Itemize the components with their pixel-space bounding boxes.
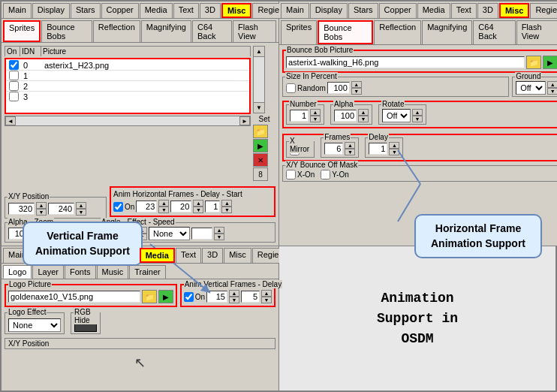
tab-misc-r[interactable]: Misc (499, 3, 529, 18)
logo-picture-input[interactable]: goldenaxe10_V15.png (8, 291, 140, 303)
tab-copper-l[interactable]: Copper (101, 3, 139, 18)
delay-r-input[interactable]: 1 (369, 143, 387, 155)
x-position-input[interactable]: 320 (8, 203, 35, 215)
anim-vert-delay-input[interactable]: 5 (241, 291, 260, 303)
xon-checkbox[interactable] (286, 170, 296, 179)
frames-r-input[interactable]: 6 (324, 143, 343, 155)
anim-horiz-delay-spinner[interactable]: ▲ ▼ (193, 200, 203, 213)
set-stop-btn[interactable]: ✕ (253, 153, 268, 167)
number-input[interactable]: 1 (290, 110, 309, 122)
alpha-spinner[interactable]: ▲ ▼ (32, 227, 43, 240)
number-spinner[interactable]: ▲ ▼ (310, 109, 321, 122)
bounce-play-btn[interactable]: ▶ (543, 56, 557, 69)
alpha-input[interactable]: 100 (8, 228, 31, 240)
subtab-flashview-l[interactable]: Flash View (233, 20, 276, 42)
anim-horiz-delay-input[interactable] (170, 201, 191, 213)
tab-display-r[interactable]: Display (310, 3, 348, 18)
tab-main-l[interactable]: Main (3, 3, 32, 18)
ground-dropdown[interactable]: Off (516, 81, 546, 95)
bounce-picture-input[interactable]: asterix1-walking_H6.png (286, 56, 525, 68)
sprite-checkbox-2[interactable] (9, 81, 19, 91)
scroll-left-btn[interactable]: ◄ (5, 116, 16, 125)
tab-text-l[interactable]: Text (173, 3, 199, 18)
subtab-layer-b[interactable]: Layer (32, 265, 64, 279)
anim-horiz-on-checkbox[interactable] (113, 202, 123, 212)
y-position-input[interactable]: 240 (48, 203, 74, 215)
tab-media-r[interactable]: Media (417, 3, 450, 18)
y-position-spinner[interactable]: ▲ ▼ (76, 202, 86, 216)
effect-dropdown[interactable]: None (149, 227, 190, 240)
anim-vert-frames-spinner[interactable]: ▲ ▼ (229, 290, 239, 303)
subtab-c64back-l[interactable]: C64 Back (192, 20, 232, 42)
tab-display-b[interactable]: Display (32, 248, 70, 263)
subtab-sprites-l[interactable]: Sprites (3, 20, 41, 42)
zoom-spinner[interactable]: ▲ ▼ (68, 227, 79, 240)
yon-checkbox[interactable] (321, 170, 330, 179)
angle-dropdown[interactable]: Off (101, 227, 135, 240)
logo-folder-btn[interactable]: 📁 (142, 290, 157, 303)
frames-r-spinner[interactable]: ▲ ▼ (345, 142, 355, 155)
tab-main-b[interactable]: Main (3, 248, 32, 263)
subtab-reflection-r[interactable]: Reflection (374, 20, 421, 44)
size-spinner[interactable]: ▲ ▼ (351, 81, 362, 95)
zoom-input[interactable]: 100 (44, 228, 67, 240)
delay-r-spinner[interactable]: ▲ ▼ (389, 142, 399, 155)
x-position-spinner[interactable]: ▲ ▼ (36, 202, 47, 216)
subtab-fonts-b[interactable]: Fonts (65, 265, 96, 279)
subtab-bouncebobs-r[interactable]: Bounce Bobs (318, 20, 373, 44)
anim-vert-delay-spinner[interactable]: ▲ ▼ (261, 290, 272, 303)
subtab-bouncebobs-l[interactable]: Bounce Bobs (41, 20, 92, 42)
tab-regie-r[interactable]: Regie (530, 3, 557, 18)
set-play-btn[interactable]: ▶ (253, 139, 268, 152)
anim-vert-frames-input[interactable]: 15 (206, 291, 227, 303)
anim-horiz-start-spinner[interactable]: ▲ ▼ (221, 200, 232, 213)
tab-copper-b[interactable]: Copper (101, 248, 139, 263)
anim-horiz-frames-spinner[interactable]: ▲ ▼ (158, 200, 169, 213)
tab-text-b[interactable]: Text (176, 248, 201, 263)
ground-spinner[interactable]: ▲ ▼ (547, 81, 557, 95)
anim-vert-on-checkbox[interactable] (184, 292, 194, 302)
tab-display-l[interactable]: Display (32, 3, 70, 18)
subtab-music-b[interactable]: Music (97, 265, 129, 279)
logo-play-btn[interactable]: ▶ (158, 290, 173, 303)
tab-media-b[interactable]: Media (140, 248, 175, 263)
subtab-flashview-r[interactable]: Flash View (516, 20, 557, 44)
scroll-up-btn[interactable]: ▲ (254, 47, 264, 57)
subtab-trainer-b[interactable]: Trainer (129, 265, 165, 279)
tab-3d-b[interactable]: 3D (202, 248, 223, 263)
alpha-r-spinner[interactable]: ▲ ▼ (358, 109, 369, 122)
speed-input[interactable] (191, 228, 212, 240)
scroll-down-btn[interactable]: ▼ (254, 102, 264, 113)
subtab-magnifying-r[interactable]: Magnifying (422, 20, 472, 44)
subtab-magnifying-l[interactable]: Magnifying (141, 20, 191, 42)
tab-text-r[interactable]: Text (451, 3, 477, 18)
sprite-checkbox-1[interactable] (9, 71, 19, 80)
set-extra-btn[interactable]: 8 (253, 167, 268, 181)
tab-misc-b[interactable]: Misc (224, 248, 251, 263)
subtab-sprites-r[interactable]: Sprites (281, 20, 317, 44)
bounce-folder-btn[interactable]: 📁 (526, 56, 541, 69)
subtab-logo-b[interactable]: Logo (3, 265, 32, 279)
alpha-r-input[interactable]: 100 (334, 110, 357, 122)
anim-horiz-start-input[interactable] (205, 201, 220, 213)
sprite-checkbox-3[interactable] (9, 92, 19, 101)
set-folder-btn[interactable]: 📁 (253, 125, 268, 138)
tab-misc-l[interactable]: Misc (221, 3, 251, 18)
size-input[interactable]: 100 (327, 82, 350, 94)
angle-spinner[interactable]: ▲ ▼ (137, 227, 147, 240)
subtab-c64back-r[interactable]: C64 Back (473, 20, 515, 44)
tab-copper-r[interactable]: Copper (379, 3, 417, 18)
tab-stars-l[interactable]: Stars (71, 3, 101, 18)
tab-stars-r[interactable]: Stars (348, 3, 378, 18)
tab-3d-l[interactable]: 3D (200, 3, 221, 18)
tab-main-r[interactable]: Main (281, 3, 309, 18)
sprite-checkbox-0[interactable] (9, 60, 19, 70)
speed-spinner[interactable]: ▲ ▼ (214, 227, 224, 240)
rotate-dropdown[interactable]: Off (382, 109, 411, 122)
tab-3d-r[interactable]: 3D (477, 3, 498, 18)
random-checkbox[interactable] (286, 83, 296, 93)
logo-effect-dropdown[interactable]: None (8, 318, 61, 332)
rotate-spinner[interactable]: ▲ ▼ (412, 109, 423, 122)
scroll-right-btn[interactable]: ► (239, 116, 250, 125)
tab-stars-b[interactable]: Stars (71, 248, 101, 263)
